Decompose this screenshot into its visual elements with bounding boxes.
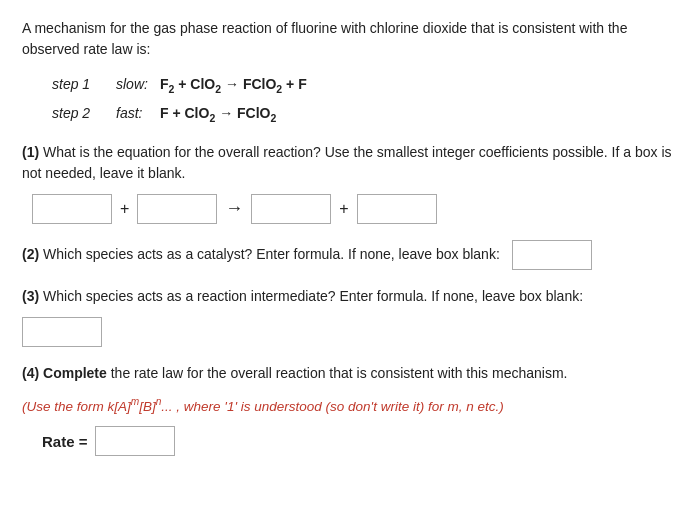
question-4-text: (4) Complete the rate law for the overal… [22, 363, 678, 384]
intro-text: A mechanism for the gas phase reaction o… [22, 18, 678, 60]
step-1-row: step 1 slow: F2 + ClO2 → FClO2 + F [52, 76, 678, 95]
question-2-text: (2) Which species acts as a catalyst? En… [22, 244, 500, 265]
q2-body: Which species acts as a catalyst? Enter … [43, 246, 500, 262]
q1-plus2: + [339, 200, 348, 218]
question-1-text: (1) What is the equation for the overall… [22, 142, 678, 184]
question-3-text: (3) Which species acts as a reaction int… [22, 286, 678, 307]
q1-plus1: + [120, 200, 129, 218]
rate-row: Rate = [42, 426, 678, 456]
question-4-block: (4) Complete the rate law for the overal… [22, 363, 678, 457]
step-2-label: step 2 [52, 105, 112, 121]
q1-box1[interactable] [32, 194, 112, 224]
step-1-speed: slow: [116, 76, 154, 92]
q3-number: (3) [22, 288, 39, 304]
q4-hint-text: (Use the form k[A]m[B]n... , where '1' i… [22, 394, 678, 417]
step-2-equation: F + ClO2 → FClO2 [160, 105, 276, 124]
step-1-label: step 1 [52, 76, 112, 92]
q2-number: (2) [22, 246, 39, 262]
q4-body: the rate law for the overall reaction th… [111, 365, 568, 381]
q1-box2[interactable] [137, 194, 217, 224]
q1-body: What is the equation for the overall rea… [22, 144, 672, 181]
rate-label: Rate = [42, 433, 87, 450]
question-2-block: (2) Which species acts as a catalyst? En… [22, 240, 678, 270]
q2-row: (2) Which species acts as a catalyst? En… [22, 240, 678, 270]
q4-number: (4) [22, 365, 39, 381]
q1-equation-row: + → + [32, 194, 678, 224]
q1-arrow: → [225, 198, 243, 219]
step-1-equation: F2 + ClO2 → FClO2 + F [160, 76, 307, 95]
rate-answer-box[interactable] [95, 426, 175, 456]
steps-container: step 1 slow: F2 + ClO2 → FClO2 + F step … [52, 76, 678, 124]
q3-box-row [22, 317, 678, 347]
question-1-block: (1) What is the equation for the overall… [22, 142, 678, 224]
question-3-block: (3) Which species acts as a reaction int… [22, 286, 678, 347]
step-2-speed: fast: [116, 105, 154, 121]
q4-bold-word: Complete [43, 365, 107, 381]
q1-number: (1) [22, 144, 39, 160]
q1-box3[interactable] [251, 194, 331, 224]
q3-answer-box[interactable] [22, 317, 102, 347]
step-2-row: step 2 fast: F + ClO2 → FClO2 [52, 105, 678, 124]
q1-box4[interactable] [357, 194, 437, 224]
q2-answer-box[interactable] [512, 240, 592, 270]
q3-body: Which species acts as a reaction interme… [43, 288, 583, 304]
